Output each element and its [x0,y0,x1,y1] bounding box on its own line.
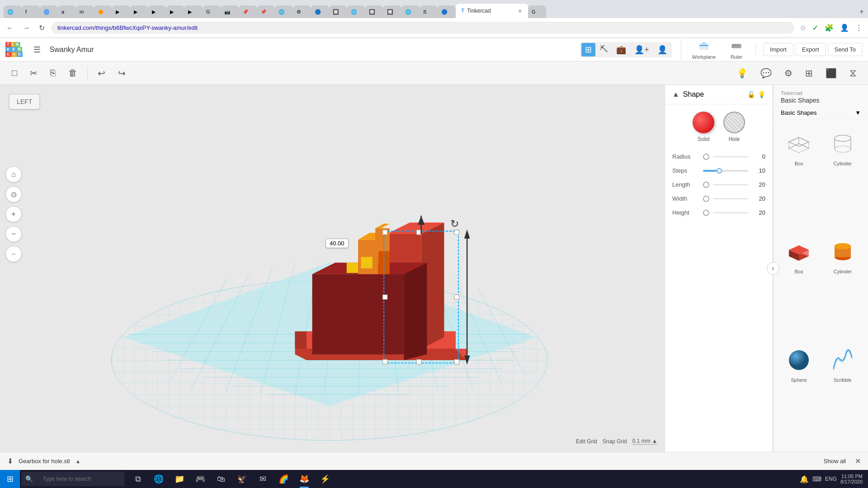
panel-nav-arrow[interactable]: › [767,262,779,275]
profile-avatar-button[interactable]: 👤 [654,43,671,56]
briefcase-view-button[interactable]: 💼 [613,43,630,56]
download-chevron-button[interactable]: ▲ [75,458,80,465]
workplane-button[interactable]: Workplane [689,39,719,61]
person-add-button[interactable]: 👤+ [631,43,653,56]
tab-inactive-4[interactable]: a [58,5,76,18]
tab-inactive-22[interactable]: 🔲 [383,5,401,18]
tab-inactive-18[interactable]: 🔵 [311,5,329,18]
width-input-circle[interactable] [703,196,709,202]
cut-button[interactable]: ✂ [25,65,42,81]
tinkercad-logo[interactable]: T I N K E R C A D [5,42,23,57]
panel-collapse-button[interactable]: ▲ [672,90,679,99]
build-view-button[interactable]: ⛏ [596,43,612,56]
shape-item-sphere-blue[interactable]: Sphere [779,342,819,446]
import-button[interactable]: Import [763,43,793,56]
tab-inactive-24[interactable]: S [420,5,438,18]
export-button[interactable]: Export [795,43,826,56]
grid-view-button[interactable]: ⊞ [581,43,595,56]
menu-button[interactable]: ⋮ [854,22,864,34]
radius-input-circle[interactable] [703,154,709,160]
home-view-button[interactable]: ⌂ [5,166,22,183]
tab-inactive-7[interactable]: ▶ [112,5,130,18]
tab-inactive-21[interactable]: 🔲 [365,5,383,18]
tab-inactive-19[interactable]: 🔲 [329,5,347,18]
height-input-circle[interactable] [703,210,709,216]
light-bulb-button[interactable]: 💡 [732,65,752,81]
length-input-circle[interactable] [703,182,709,188]
edit-grid-button[interactable]: Edit Grid [576,438,597,445]
snap-grid-value[interactable]: 0.1 mm ▲ [632,438,657,445]
taskbar-app5[interactable]: 🦅 [232,470,252,488]
taskbar-firefox[interactable]: 🦊 [294,470,314,488]
tab-inactive-5[interactable]: m [76,5,94,18]
lightbulb-icon[interactable]: 💡 [758,91,765,98]
taskbar-keyboard-icon[interactable]: ⌨ [812,475,821,483]
ruler-button[interactable]: Ruler [726,39,746,61]
profile-button[interactable]: 👤 [838,22,851,34]
copy-button[interactable]: ⎘ [46,65,60,81]
taskbar-task-view[interactable]: ⧉ [128,470,148,488]
comment-button[interactable]: 💬 [756,65,776,81]
tab-inactive-12[interactable]: G [203,5,221,18]
shape-item-cylinder-orange[interactable]: Cylinder [823,234,863,338]
steps-slider-thumb[interactable] [717,168,722,174]
undo-button[interactable]: ↩ [93,65,110,81]
hamburger-menu-button[interactable]: ☰ [30,43,44,56]
zoom-in-button[interactable]: + [5,206,22,222]
tab-inactive-14[interactable]: 📌 [239,5,257,18]
taskbar-mail[interactable]: ✉ [253,470,273,488]
tab-inactive-23[interactable]: 🌐 [401,5,420,18]
orbit-button[interactable]: ⊙ [5,186,22,202]
forward-button[interactable]: → [20,22,33,34]
shape-item-box-outline[interactable]: Box [779,126,819,230]
solid-type-button[interactable]: Solid [693,112,714,142]
tab-inactive-13[interactable]: 📷 [221,5,239,18]
tab-close-button[interactable]: ✕ [517,8,523,14]
redo-button[interactable]: ↪ [113,65,130,81]
show-all-button[interactable]: Show all [820,456,849,466]
extension-button-check[interactable]: ✓ [811,22,820,34]
grid-button[interactable]: ⊞ [801,65,817,81]
bookmark-button[interactable]: ☆ [798,22,808,34]
select-all-button[interactable]: □ [7,65,22,81]
tab-inactive-2[interactable]: f [22,5,40,18]
taskbar-search-input[interactable] [38,472,119,486]
refresh-button[interactable]: ↻ [36,22,47,34]
tab-inactive-3[interactable]: 🌀 [40,5,58,18]
align-button[interactable]: ⬛ [821,65,841,81]
taskbar-store[interactable]: 🛍 [211,470,231,488]
settings-button[interactable]: ⚙ [780,65,797,81]
taskbar-steam[interactable]: 🎮 [190,470,210,488]
delete-button[interactable]: 🗑 [64,65,82,81]
tab-inactive-16[interactable]: 🌐 [275,5,293,18]
hole-type-button[interactable]: Hole [723,112,745,142]
shape-item-scribble[interactable]: Scribble [823,342,863,446]
tab-inactive-new[interactable]: G [528,5,546,18]
tab-inactive-20[interactable]: 🌐 [347,5,365,18]
shape-item-cylinder-outline[interactable]: Cylinder [823,126,863,230]
tab-inactive-6[interactable]: 🔶 [94,5,112,18]
library-dropdown[interactable]: Basic Shapes ▼ [774,106,868,120]
start-button[interactable]: ⊞ [0,470,20,488]
canvas-area[interactable]: LEFT [0,85,665,452]
taskbar-chrome[interactable]: 🌈 [274,470,293,488]
lock-icon[interactable]: 🔓 [747,91,755,98]
zoom-out-button[interactable]: − [5,226,22,242]
fit-button[interactable]: ↔ [5,246,22,262]
send-to-button[interactable]: Send To [828,43,863,56]
tab-inactive-25[interactable]: 🔵 [438,5,456,18]
back-button[interactable]: ← [4,22,16,34]
taskbar-notification-icon[interactable]: 🔔 [800,475,809,483]
tab-inactive-17[interactable]: ⚙ [293,5,311,18]
tab-inactive-8[interactable]: ▶ [130,5,148,18]
tab-inactive-15[interactable]: 📌 [257,5,275,18]
taskbar-edge[interactable]: 🌐 [149,470,169,488]
tab-inactive-9[interactable]: ▶ [148,5,166,18]
active-tab[interactable]: T Tinkercad ✕ [456,4,528,18]
extensions-button[interactable]: 🧩 [823,22,835,34]
tab-inactive-10[interactable]: ▶ [166,5,184,18]
mirror-button[interactable]: ⧖ [845,65,861,82]
tab-inactive-1[interactable]: 🌐 [4,5,22,18]
address-input[interactable] [51,22,794,34]
tab-inactive-11[interactable]: ▶ [184,5,203,18]
